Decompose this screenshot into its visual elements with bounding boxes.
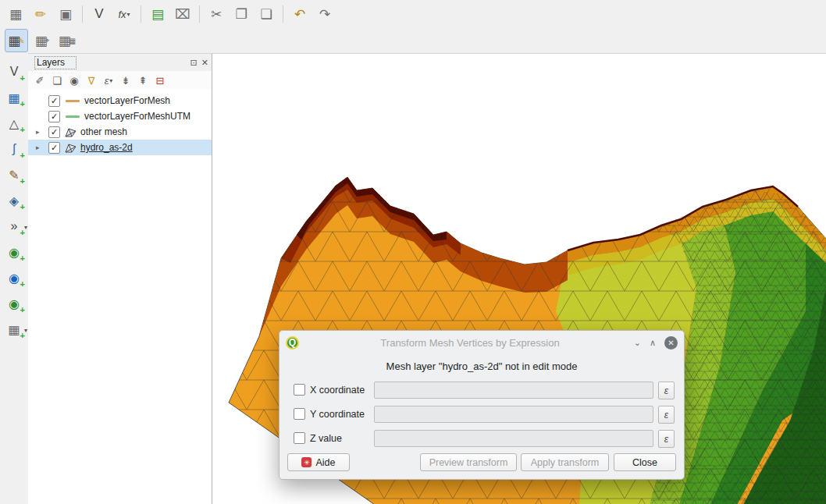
epsilon-icon: ε — [664, 385, 668, 396]
apply-transform-label: Apply transform — [531, 457, 600, 468]
transform-mesh-dialog: Q Transform Mesh Vertices by Expression … — [279, 330, 685, 480]
layer-checkbox[interactable]: ✓ — [48, 126, 60, 138]
gpx-layer-icon: ʃ — [12, 142, 16, 156]
field-calculator-button[interactable]: fx▾ — [113, 3, 135, 25]
x-expression-builder-button[interactable]: ε — [658, 382, 675, 399]
z-expression-builder-button[interactable]: ε — [658, 430, 675, 448]
copy-features-button[interactable]: ❐ — [230, 3, 252, 25]
plus-badge-icon: + — [20, 202, 25, 211]
eye-icon: ◉ — [69, 75, 78, 87]
edit-mesh-button[interactable]: ▦✎ — [5, 29, 28, 52]
y-expression-input[interactable] — [374, 406, 653, 423]
fx-icon: fx — [118, 9, 126, 20]
x-expression-input[interactable] — [374, 382, 653, 399]
funnel-icon: ∇ — [88, 75, 95, 87]
layer-row-other-mesh[interactable]: ▸ ✓ other mesh — [28, 124, 212, 140]
add-wms-layer-button[interactable]: ◉+ — [4, 243, 24, 261]
close-button-label: Close — [632, 457, 657, 468]
manage-map-themes-button[interactable]: ◉ — [66, 73, 83, 88]
help-button[interactable]: ✳ Aide — [287, 453, 350, 471]
annotation-pen-icon: ✎ — [9, 168, 19, 183]
new-gpx-layer-button[interactable]: ʃ+ — [4, 140, 24, 158]
chevron-down-icon: ▾ — [127, 11, 130, 18]
layers-panel: Layers ⊡ ✕ ✐ ❏ ◉ ∇ ε▾ ⇟ ⇞ ⊟ ✓ vectorLaye… — [28, 53, 213, 504]
help-icon: ✳ — [301, 457, 312, 467]
spatialite-icon: ◈ — [9, 193, 19, 208]
save-layer-edits-button[interactable]: ▣ — [55, 3, 77, 25]
line-symbol-icon — [66, 115, 80, 118]
new-spatialite-layer-button[interactable]: ◈+ — [4, 191, 24, 210]
mesh-symbol-icon — [65, 143, 77, 153]
layers-panel-toolbar: ✐ ❏ ◉ ∇ ε▾ ⇟ ⇞ ⊟ — [28, 71, 212, 90]
cut-features-button[interactable]: ✂ — [205, 3, 227, 25]
copy-icon: ❐ — [235, 6, 247, 23]
plus-badge-icon: + — [20, 305, 25, 314]
undo-button[interactable]: ↶ — [289, 3, 311, 25]
dialog-titlebar[interactable]: Q Transform Mesh Vertices by Expression … — [279, 331, 684, 354]
new-virtual-layer-button[interactable]: »+▾ — [4, 217, 24, 236]
add-group-button[interactable]: ❏ — [48, 73, 66, 88]
y-coordinate-checkbox[interactable] — [294, 408, 305, 420]
layer-checkbox[interactable]: ✓ — [48, 142, 60, 154]
layer-label: other mesh — [80, 126, 127, 137]
epsilon-icon: ε — [105, 75, 109, 87]
layer-row-vectorLayerForMeshUTM[interactable]: ✓ vectorLayerForMeshUTM — [28, 108, 212, 124]
new-vector-layer-button[interactable]: V+ — [4, 62, 24, 81]
vertex-tool-icon: V — [94, 6, 103, 22]
dialog-title: Transform Mesh Vertices by Expression — [326, 337, 614, 349]
close-dialog-button[interactable]: ✕ — [664, 336, 678, 350]
dock-panel-icon[interactable]: ⊡ — [190, 58, 198, 68]
expander-icon[interactable]: ▸ — [36, 128, 40, 136]
edit-mode-message: Mesh layer "hydro_as-2d" not in edit mod… — [279, 360, 684, 372]
add-wcs-layer-button[interactable]: ◉+ — [4, 268, 24, 287]
add-xyz-tiles-button[interactable]: ▦+▾ — [4, 320, 24, 339]
virtual-layer-icon: » — [11, 219, 18, 233]
layers-panel-header[interactable]: Layers ⊡ ✕ — [28, 54, 212, 71]
expander-icon[interactable]: ▸ — [36, 144, 40, 151]
toolbar-separator — [141, 5, 141, 23]
apply-transform-button[interactable]: Apply transform — [521, 453, 609, 471]
close-button[interactable]: Close — [614, 453, 676, 471]
redo-button[interactable]: ↷ — [314, 3, 336, 25]
chevron-down-icon[interactable]: ⌄ — [634, 338, 641, 348]
layer-row-hydro-as-2d[interactable]: ▸ ✓ hydro_as-2d — [28, 140, 212, 155]
scissors-icon: ✂ — [211, 6, 222, 23]
z-value-label: Z value — [310, 433, 342, 444]
collapse-all-button[interactable]: ⇞ — [134, 73, 151, 88]
filter-by-expression-button[interactable]: ε▾ — [100, 73, 117, 88]
modify-attributes-button[interactable]: ▤ — [147, 3, 169, 25]
filter-legend-button[interactable]: ∇ — [83, 73, 100, 88]
z-value-checkbox[interactable] — [294, 432, 305, 444]
current-edits-button[interactable]: ▦ — [5, 3, 27, 25]
layer-checkbox[interactable]: ✓ — [48, 111, 60, 122]
layer-checkbox[interactable]: ✓ — [48, 95, 60, 107]
collapse-icon[interactable]: ∧ — [650, 338, 656, 348]
select-mesh-elements-button[interactable]: ▦⌖ — [31, 30, 53, 51]
new-annotation-layer-button[interactable]: ✎+ — [4, 165, 24, 184]
new-raster-layer-button[interactable]: ▦+ — [4, 88, 24, 107]
layers-panel-title: Layers — [34, 56, 77, 69]
mesh-digitizing-tools-button[interactable]: ▦▦ — [56, 30, 78, 51]
remove-layer-button[interactable]: ⊟ — [151, 73, 169, 88]
add-wfs-layer-button[interactable]: ◉+ — [4, 294, 24, 313]
z-expression-input[interactable] — [374, 430, 653, 447]
preview-transform-button[interactable]: Preview transform — [420, 453, 517, 471]
redo-icon: ↷ — [319, 6, 330, 23]
toggle-editing-button[interactable]: ✏ — [30, 3, 52, 25]
x-coordinate-checkbox[interactable] — [294, 384, 305, 396]
expand-all-button[interactable]: ⇟ — [117, 73, 134, 88]
expand-all-icon: ⇟ — [122, 75, 130, 87]
paste-features-button[interactable]: ❏ — [255, 3, 277, 25]
open-layer-styling-button[interactable]: ✐ — [31, 73, 48, 88]
layer-row-vectorLayerForMesh[interactable]: ✓ vectorLayerForMesh — [28, 93, 212, 108]
undo-icon: ↶ — [294, 6, 305, 23]
line-symbol-icon — [66, 100, 80, 102]
toolbar-separator — [283, 5, 283, 23]
close-panel-icon[interactable]: ✕ — [201, 58, 208, 68]
delete-selected-button[interactable]: ⌧ — [172, 3, 194, 25]
y-expression-builder-button[interactable]: ε — [658, 406, 675, 424]
plus-badge-icon: + — [20, 151, 25, 160]
globe-icon: ◉ — [9, 296, 20, 311]
new-mesh-layer-button[interactable]: △+ — [4, 114, 24, 133]
vertex-tool-button[interactable]: V — [88, 3, 110, 25]
